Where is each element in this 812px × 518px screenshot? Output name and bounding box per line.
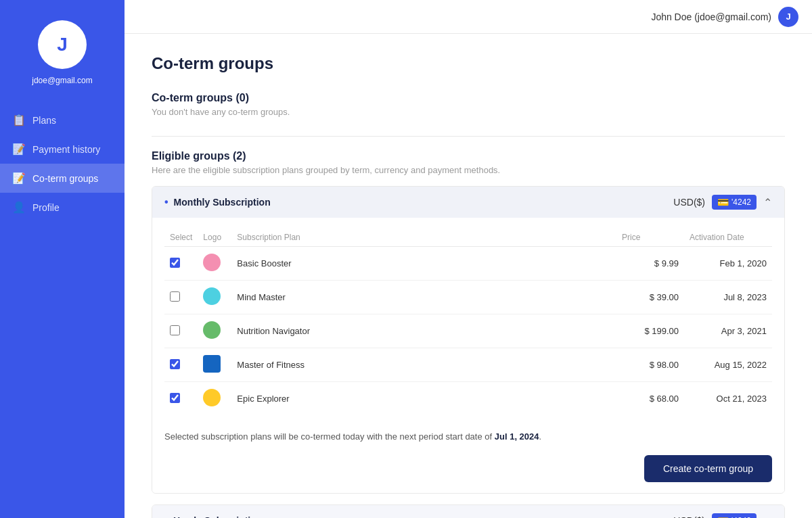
sidebar-item-payment-history[interactable]: 📝 Payment history — [0, 135, 125, 164]
table-row: Master of Fitness $ 98.00 Aug 15, 2022 — [164, 348, 772, 382]
col-date: Activation Date — [684, 229, 772, 247]
logo-cell — [198, 247, 231, 281]
monthly-group-card: • Monthly Subscription USD($) 💳 '4242 ⌃ — [152, 186, 785, 494]
logo-cell — [198, 382, 231, 416]
coterm-section-title: Co-term groups (0) — [152, 92, 785, 104]
plan-name: Master of Fitness — [231, 348, 616, 382]
mind-master-logo — [203, 287, 221, 305]
yearly-chevron-icon: ⌄ — [763, 515, 772, 519]
create-btn-row: Create co-term group — [164, 455, 772, 482]
sidebar-nav: 📋 Plans 📝 Payment history 📝 Co-term grou… — [0, 105, 125, 222]
eligible-section: Eligible groups (2) Here are the eligibl… — [152, 150, 785, 518]
plan-date: Feb 1, 2020 — [684, 247, 772, 281]
plan-name: Epic Explorer — [231, 382, 616, 416]
yearly-card-chip: 💳 '4242 — [712, 513, 757, 518]
plan-name: Basic Booster — [231, 247, 616, 281]
plan-price: $ 98.00 — [616, 348, 684, 382]
yearly-group-header-right: USD($) 💳 '4242 ⌄ — [673, 513, 772, 518]
plan-price: $ 68.00 — [616, 382, 684, 416]
eligible-count: (2) — [233, 150, 246, 162]
payment-history-icon: 📝 — [12, 143, 26, 156]
basic-booster-logo — [203, 254, 221, 271]
sidebar: J jdoe@gmail.com 📋 Plans 📝 Payment histo… — [0, 0, 125, 518]
plan-checkbox-mind-master[interactable] — [170, 291, 180, 302]
sidebar-email: jdoe@gmail.com — [25, 76, 99, 85]
monthly-subs-table: Select Logo Subscription Plan Price Acti… — [164, 229, 772, 415]
monthly-group-header-left: • Monthly Subscription — [164, 196, 271, 208]
plan-price: $ 199.00 — [616, 314, 684, 348]
logo-cell — [198, 348, 231, 382]
monthly-group-header-right: USD($) 💳 '4242 ⌃ — [673, 195, 772, 210]
credit-card-icon: 💳 — [717, 197, 729, 208]
plan-price: $ 9.99 — [616, 247, 684, 281]
col-logo: Logo — [198, 229, 231, 247]
create-co-term-button[interactable]: Create co-term group — [644, 455, 772, 482]
monthly-group-body: Select Logo Subscription Plan Price Acti… — [152, 218, 784, 493]
plan-date: Aug 15, 2022 — [684, 348, 772, 382]
table-row: Mind Master $ 39.00 Jul 8, 2023 — [164, 281, 772, 314]
co-term-date: Jul 1, 2024 — [495, 431, 539, 442]
checkbox-cell[interactable] — [164, 348, 198, 382]
sidebar-item-co-term-groups[interactable]: 📝 Co-term groups — [0, 164, 125, 193]
coterm-count: (0) — [235, 92, 249, 103]
plan-checkbox-epic-explorer[interactable] — [170, 393, 180, 403]
yearly-group-header[interactable]: • Yearly Subscription USD($) 💳 '4242 ⌄ — [152, 505, 784, 518]
eligible-description: Here are the eligible subscription plans… — [152, 165, 785, 175]
epic-explorer-logo — [203, 389, 221, 406]
avatar: J — [38, 20, 87, 69]
topbar-avatar: J — [778, 7, 798, 27]
page-title: Co-term groups — [152, 54, 785, 73]
plan-checkbox-basic-booster[interactable] — [170, 258, 180, 268]
table-row: Nutrition Navigator $ 199.00 Apr 3, 2021 — [164, 314, 772, 348]
yearly-group-header-left: • Yearly Subscription — [164, 515, 262, 518]
topbar: John Doe (jdoe@gmail.com) J — [125, 0, 812, 34]
checkbox-cell[interactable] — [164, 314, 198, 348]
col-select: Select — [164, 229, 198, 247]
plan-date: Apr 3, 2021 — [684, 314, 772, 348]
coterm-empty-message: You don't have any co-term groups. — [152, 107, 785, 117]
monthly-group-name: Monthly Subscription — [174, 197, 271, 208]
coterm-section: Co-term groups (0) You don't have any co… — [152, 92, 785, 117]
yearly-currency: USD($) — [673, 515, 705, 518]
plan-checkbox-master-fitness[interactable] — [170, 359, 180, 369]
sidebar-item-plans[interactable]: 📋 Plans — [0, 105, 125, 135]
col-plan: Subscription Plan — [231, 229, 616, 247]
plan-checkbox-nutrition-navigator[interactable] — [170, 325, 180, 335]
monthly-group-header[interactable]: • Monthly Subscription USD($) 💳 '4242 ⌃ — [152, 187, 784, 218]
master-fitness-logo — [203, 355, 221, 373]
yearly-credit-card-icon: 💳 — [717, 515, 729, 518]
plan-price: $ 39.00 — [616, 281, 684, 314]
table-row: Epic Explorer $ 68.00 Oct 21, 2023 — [164, 382, 772, 416]
plan-name: Nutrition Navigator — [231, 314, 616, 348]
monthly-chevron-icon: ⌃ — [763, 196, 772, 209]
monthly-currency: USD($) — [673, 197, 705, 208]
co-term-note: Selected subscription plans will be co-t… — [164, 425, 772, 448]
main-content: Co-term groups Co-term groups (0) You do… — [125, 34, 812, 518]
monthly-dot: • — [164, 196, 168, 208]
checkbox-cell[interactable] — [164, 382, 198, 416]
yearly-group-card: • Yearly Subscription USD($) 💳 '4242 ⌄ — [152, 504, 785, 518]
profile-icon: 👤 — [12, 201, 26, 214]
plan-name: Mind Master — [231, 281, 616, 314]
eligible-section-title: Eligible groups (2) — [152, 150, 785, 162]
logo-cell — [198, 314, 231, 348]
yearly-group-name: Yearly Subscription — [174, 515, 263, 518]
logo-cell — [198, 281, 231, 314]
plan-date: Oct 21, 2023 — [684, 382, 772, 416]
checkbox-cell[interactable] — [164, 247, 198, 281]
co-term-icon: 📝 — [12, 172, 26, 185]
sidebar-item-profile[interactable]: 👤 Profile — [0, 193, 125, 222]
yearly-dot: • — [164, 515, 168, 518]
col-price: Price — [616, 229, 684, 247]
topbar-user: John Doe (jdoe@gmail.com) J — [651, 7, 798, 27]
nutrition-navigator-logo — [203, 321, 221, 339]
checkbox-cell[interactable] — [164, 281, 198, 314]
section-divider — [152, 136, 785, 137]
plans-icon: 📋 — [12, 114, 26, 126]
monthly-card-chip: 💳 '4242 — [712, 195, 757, 210]
topbar-username: John Doe (jdoe@gmail.com) — [651, 11, 771, 22]
plan-date: Jul 8, 2023 — [684, 281, 772, 314]
table-row: Basic Booster $ 9.99 Feb 1, 2020 — [164, 247, 772, 281]
